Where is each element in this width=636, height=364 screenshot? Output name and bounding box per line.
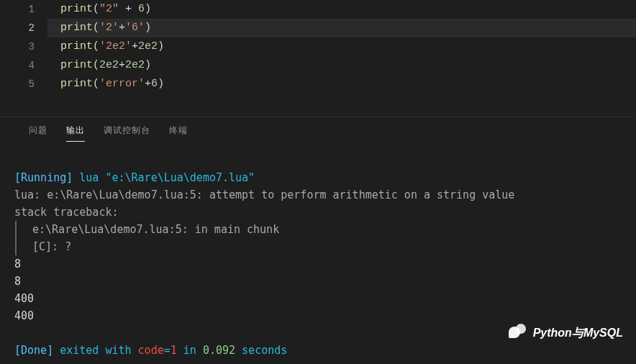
token-pun: (	[93, 59, 99, 71]
watermark-text: Python与MySQL	[533, 326, 623, 341]
tab-output[interactable]: 输出	[66, 124, 85, 142]
done-text-2: in	[177, 344, 203, 357]
error-line-4: [C]: ?	[32, 240, 71, 253]
watermark: Python与MySQL	[509, 324, 623, 342]
token-num: 2e2	[125, 59, 145, 71]
panel-tabs: 问题 输出 调试控制台 终端	[0, 117, 636, 147]
token-pun: )	[145, 3, 151, 15]
error-line-2: stack traceback:	[14, 206, 119, 219]
result-3: 400	[14, 309, 34, 322]
tab-debug-console[interactable]: 调试控制台	[104, 124, 150, 142]
token-str: '2e2'	[99, 40, 132, 53]
token-pun: +	[145, 78, 151, 90]
token-pun: )	[145, 22, 151, 34]
line-number-gutter: 12345	[0, 0, 47, 117]
token-fn: print	[60, 59, 93, 71]
code-line[interactable]: print('2'+'6')	[47, 19, 636, 37]
done-text-1: exited with	[53, 344, 137, 357]
token-fn: print	[60, 22, 93, 34]
error-line-1: lua: e:\Rare\Lua\demo7.lua:5: attempt to…	[14, 188, 514, 201]
line-number: 4	[0, 56, 35, 75]
token-str: '6'	[125, 22, 145, 34]
token-num: 6	[138, 3, 145, 15]
done-text-3: seconds	[235, 344, 287, 357]
code-editor[interactable]: 12345 print("2" + 6)print('2'+'6')print(…	[0, 0, 636, 117]
done-time: 0.092	[203, 344, 235, 357]
done-eq: =	[164, 344, 171, 357]
token-num: 6	[151, 78, 158, 90]
token-fn: print	[60, 3, 93, 15]
code-line[interactable]: print("2" + 6)	[47, 0, 636, 19]
token-pun: (	[93, 40, 99, 53]
token-pun: (	[93, 22, 99, 34]
token-fn: print	[60, 78, 93, 90]
token-str: 'error'	[99, 78, 145, 90]
error-line-3: e:\Rare\Lua\demo7.lua:5: in main chunk	[32, 223, 279, 236]
result-2: 400	[14, 292, 34, 305]
code-line[interactable]: print('error'+6)	[47, 75, 636, 94]
code-line[interactable]: print(2e2+2e2)	[47, 56, 636, 75]
code-area[interactable]: print("2" + 6)print('2'+'6')print('2e2'+…	[47, 0, 636, 117]
result-1: 8	[14, 275, 21, 288]
token-str: "2"	[99, 3, 119, 15]
done-code-value: 1	[171, 344, 177, 357]
token-pun: +	[132, 40, 138, 53]
done-label: [Done]	[14, 344, 53, 357]
traceback-block: e:\Rare\Lua\demo7.lua:5: in main chunk […	[15, 221, 622, 255]
line-number: 3	[0, 37, 35, 56]
token-pun: )	[145, 59, 151, 71]
token-pun: +	[119, 22, 125, 34]
token-pun: (	[93, 78, 99, 90]
token-pun: )	[158, 78, 164, 90]
result-0: 8	[14, 258, 21, 270]
running-path: "e:\Rare\Lua\demo7.lua"	[105, 171, 255, 184]
line-number: 5	[0, 75, 35, 94]
token-pun: +	[119, 59, 125, 71]
token-pun: )	[158, 40, 164, 53]
tab-problems[interactable]: 问题	[29, 124, 47, 142]
token-num: 2e2	[138, 40, 158, 53]
code-line[interactable]: print('2e2'+2e2)	[47, 37, 636, 56]
wechat-icon	[509, 324, 527, 342]
token-pun: (	[93, 3, 99, 15]
token-str: '2'	[99, 22, 119, 34]
done-code-label: code	[138, 344, 164, 357]
token-pun: +	[119, 3, 138, 15]
token-num: 2e2	[99, 59, 119, 71]
running-interpreter: lua	[79, 171, 99, 184]
line-number: 1	[0, 0, 35, 19]
tab-terminal[interactable]: 终端	[169, 124, 188, 142]
token-fn: print	[60, 40, 93, 53]
running-label: [Running]	[14, 171, 73, 184]
line-number: 2	[0, 19, 35, 37]
